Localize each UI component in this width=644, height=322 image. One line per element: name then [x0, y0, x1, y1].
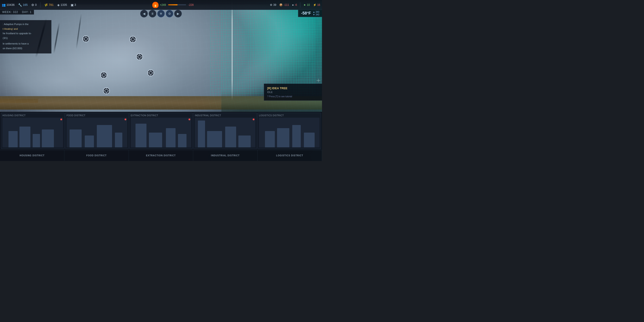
logistics-building-1: [265, 131, 274, 147]
district-card-housing[interactable]: HOUSING DISTRICT: [1, 113, 64, 149]
map-crosshair: [317, 79, 320, 82]
heat-minus: -228: [188, 3, 194, 6]
btn-prev[interactable]: ◀: [140, 10, 148, 18]
building-3: [33, 134, 40, 147]
food-value: 781: [49, 3, 54, 6]
hope-icon: ★: [304, 3, 306, 6]
tab-logistics-label: LOGISTICS DISTRICT: [276, 154, 303, 157]
workers-icon: 🔧: [18, 3, 22, 7]
housing-alert: [60, 118, 62, 120]
heat-resource-bar: +249 -228: [160, 3, 194, 6]
bottom-tabs-bar: HOUSING DISTRICT FOOD DISTRICT EXTRACTIO…: [0, 150, 322, 161]
top-hud: 👥 10436 🔧 165 ⚙ 0 🌾 781 ◈ 1335 ▣ 3: [0, 0, 322, 10]
industrial-building-4: [238, 136, 250, 147]
hope-value: 10: [307, 3, 310, 6]
side-panel: : Adaptive Pumps in the t Heating' and h…: [0, 20, 52, 54]
heat-icon: 🔥: [152, 2, 158, 8]
logistics-district-visual: [259, 118, 320, 147]
tab-housing[interactable]: HOUSING DISTRICT: [0, 150, 64, 161]
industrial-district-title: INDUSTRIAL DISTRICT: [195, 114, 255, 117]
bottom-hud: HOUSING DISTRICT FOOD DISTRICT: [0, 112, 322, 161]
btn-weather[interactable]: ❄: [157, 10, 165, 18]
district-card-extraction[interactable]: EXTRACTION DISTRICT: [129, 113, 193, 149]
discontent-value: 16: [317, 3, 320, 6]
tab-extraction-label: EXTRACTION DISTRICT: [146, 154, 176, 157]
tab-food-label: FOOD DISTRICT: [86, 154, 107, 157]
food-district-title: FOOD DISTRICT: [67, 114, 127, 117]
hope-stat: ★ 10: [304, 3, 310, 6]
right-panel-status: IDLE: [267, 91, 319, 94]
btn-next[interactable]: ▶: [174, 10, 182, 18]
city-boundary: [232, 0, 232, 100]
tab-extraction[interactable]: EXTRACTION DISTRICT: [129, 150, 193, 161]
district-card-logistics[interactable]: LOGISTICS DISTRICT: [258, 113, 321, 149]
materials-stat: ◈ 1335: [57, 3, 67, 7]
extraction-building-1: [136, 124, 146, 147]
discontent-stat: ⚡ 16: [313, 3, 320, 6]
engineers-value: 0: [35, 3, 37, 6]
steam-minus-stat: 📦 -111: [279, 3, 289, 6]
temp-arrow-up: ▲ 340: [313, 11, 319, 13]
right-panel-hint[interactable]: ? Press [T] to see tutorial: [267, 95, 319, 98]
tab-industrial-label: INDUSTRIAL DISTRICT: [211, 154, 240, 157]
tab-industrial[interactable]: INDUSTRIAL DISTRICT: [193, 150, 258, 161]
hud-center: 🔥 +249 -228: [150, 2, 195, 8]
btn-settings[interactable]: ⚙: [166, 10, 173, 18]
btn-pause[interactable]: ⏸: [149, 10, 156, 18]
warmth-bar-fill: [168, 4, 178, 5]
fuel-stat: ● -6: [292, 3, 297, 6]
logistics-district-title: LOGISTICS DISTRICT: [259, 114, 320, 117]
workers-stat: 🔧 165: [18, 3, 28, 7]
settlement-icon-2[interactable]: [100, 72, 107, 79]
steam-stat: ⚙ 39: [270, 3, 276, 6]
industrial-building-1: [198, 120, 205, 147]
hud-left-stats: 👥 10436 🔧 165 ⚙ 0 🌾 781 ◈ 1335 ▣ 3: [2, 2, 76, 8]
hud-center-icons: 🔥 +249 -228: [152, 2, 194, 8]
extraction-alert: [188, 118, 190, 120]
workers-value: 165: [23, 3, 28, 6]
discontent-icon: ⚡: [313, 3, 316, 6]
heat-minus-value: -228: [188, 3, 194, 6]
steam-minus-value: -111: [284, 3, 289, 6]
side-panel-line-1: : Adaptive Pumps in the: [3, 22, 48, 26]
engineers-stat: ⚙ 0: [31, 3, 37, 7]
district-card-food[interactable]: FOOD DISTRICT: [65, 113, 129, 149]
prefabs-icon: ▣: [71, 3, 74, 7]
divider-2: [300, 2, 300, 8]
settlement-icon-7[interactable]: [103, 87, 110, 94]
right-panel-title[interactable]: [R] IDEA TREE: [267, 86, 319, 90]
tab-logistics[interactable]: LOGISTICS DISTRICT: [258, 150, 322, 161]
housing-district-title: HOUSING DISTRICT: [2, 114, 63, 117]
settlement-icon-4[interactable]: [136, 53, 143, 60]
building-4: [42, 130, 54, 147]
extraction-district-visual: [131, 118, 192, 147]
housing-district-visual: [2, 118, 63, 147]
settlement-icon-3[interactable]: [129, 36, 136, 43]
map-buildings-teal: [222, 4, 315, 94]
tab-food[interactable]: FOOD DISTRICT: [64, 150, 129, 161]
side-panel-line-6: on there (0/2:000): [3, 46, 48, 50]
temp-arrows: ▲ 340 ▼ 340: [313, 11, 319, 16]
industrial-district-visual: [195, 118, 255, 147]
food-building-3: [97, 125, 112, 147]
fuel-icon: ●: [292, 3, 294, 6]
food-district-visual: [67, 118, 127, 147]
district-card-industrial[interactable]: INDUSTRIAL DISTRICT: [193, 113, 257, 149]
extraction-building-2: [149, 132, 162, 148]
settlement-icon-1[interactable]: [82, 35, 90, 42]
steam-value: 39: [273, 3, 276, 6]
fuel-value: -6: [295, 3, 297, 6]
steam-icon: ⚙: [270, 3, 272, 6]
industrial-building-3: [225, 126, 236, 147]
warmth-bar-container: [168, 4, 186, 5]
food-building-4: [115, 132, 122, 148]
food-stat: 🌾 781: [44, 3, 54, 7]
materials-icon: ◈: [57, 3, 60, 7]
industrial-alert: [253, 118, 254, 120]
temperature-display: -58°F ▲ 340 ▼ 340: [298, 10, 322, 17]
food-icon: 🌾: [44, 3, 48, 7]
population-icon: 👥: [2, 3, 6, 7]
engineers-icon: ⚙: [31, 3, 34, 7]
side-panel-line-4: (3/1): [3, 36, 48, 40]
settlement-icon-5[interactable]: [147, 69, 154, 76]
